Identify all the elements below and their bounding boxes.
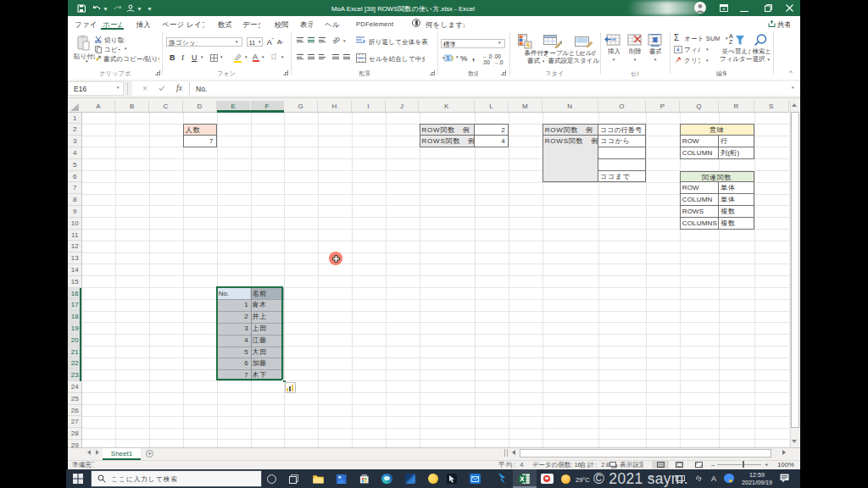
svg-text:$: $ (446, 55, 449, 61)
